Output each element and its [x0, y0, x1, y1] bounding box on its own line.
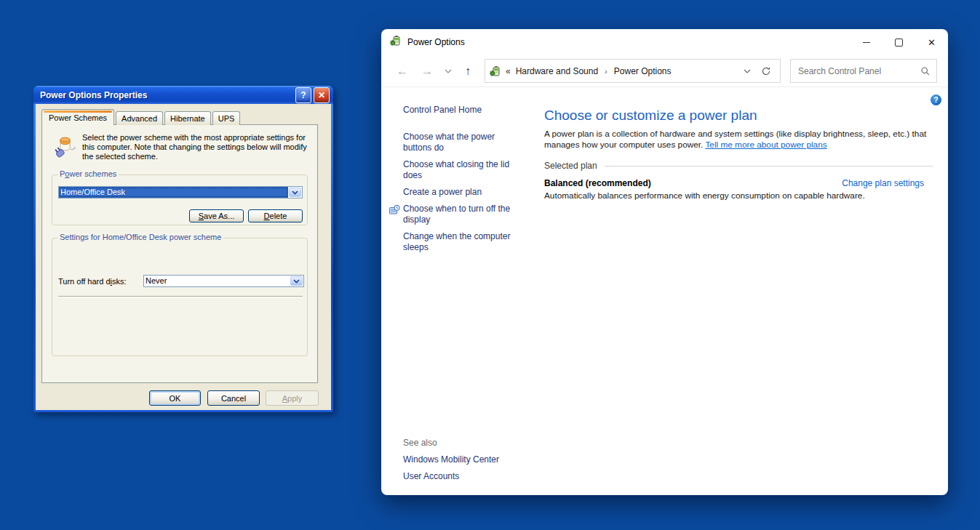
icon-slot	[389, 159, 403, 181]
power-schemes-group: Power schemes Home/Office Desk Save As..…	[52, 174, 308, 225]
sidebar-item-label: Control Panel Home	[403, 105, 518, 116]
display-clock-icon	[389, 204, 403, 225]
sidebar-item-closing-lid[interactable]: Choose what closing the lid does	[389, 159, 538, 181]
maximize-button[interactable]	[883, 29, 915, 55]
chevron-down-icon[interactable]	[290, 276, 303, 286]
apply-label: pply	[287, 394, 302, 403]
breadcrumb-hardware-and-sound[interactable]: Hardware and Sound	[516, 66, 598, 76]
sidebar-item-label: Create a power plan	[403, 187, 518, 198]
navigation-toolbar: ← → ↑	[381, 55, 948, 87]
refresh-icon[interactable]	[755, 66, 776, 76]
maximize-icon	[895, 39, 903, 47]
tab-power-schemes[interactable]: Power Schemes	[41, 109, 114, 125]
selected-plan-label: Selected plan	[544, 161, 597, 171]
plan-description: Automatically balances performance with …	[544, 190, 943, 201]
save-as-button[interactable]: Save As...	[189, 209, 244, 222]
tab-hibernate[interactable]: Hibernate	[164, 111, 211, 125]
change-plan-settings-link[interactable]: Change plan settings	[842, 178, 924, 188]
power-options-properties-dialog: Power Options Properties ? ✕ Power Schem…	[33, 86, 333, 412]
label-post: sks:	[112, 277, 127, 286]
save-as-label: ave As...	[204, 212, 234, 220]
up-button[interactable]: ↑	[457, 60, 479, 82]
address-dropdown-chevron-icon[interactable]	[739, 69, 755, 73]
delete-accesskey: D	[264, 212, 270, 220]
tab-ups[interactable]: UPS	[212, 111, 241, 125]
icon-slot	[389, 132, 403, 153]
window-titlebar: Power Options ✕	[381, 29, 948, 55]
minimize-button[interactable]	[850, 29, 883, 55]
icon-slot	[389, 187, 403, 198]
turn-off-hard-disks-select[interactable]: Never	[143, 275, 304, 287]
breadcrumb-overflow-chevrons[interactable]: «	[506, 66, 511, 76]
power-scheme-selected-value: Home/Office Desk	[59, 187, 288, 198]
sidebar-item-create-power-plan[interactable]: Create a power plan	[389, 187, 538, 198]
dialog-help-button[interactable]: ?	[295, 87, 311, 103]
tell-me-more-link[interactable]: Tell me more about power plans	[705, 140, 826, 150]
page-title: Choose or customize a power plan	[544, 108, 943, 124]
sidebar-item-control-panel-home[interactable]: Control Panel Home	[389, 105, 538, 116]
search-icon	[920, 66, 931, 76]
main-content: Choose or customize a power plan A power…	[544, 102, 943, 201]
search-box	[790, 59, 937, 83]
power-scheme-battery-icon	[52, 134, 77, 162]
turn-off-hard-disks-label: Turn off hard disks:	[58, 277, 127, 286]
xp-dialog-title: Power Options Properties	[37, 90, 293, 100]
back-button[interactable]: ←	[390, 60, 415, 82]
tab-strip: Power Schemes Advanced Hibernate UPS	[41, 111, 242, 125]
power-schemes-group-caption: Power schemes	[57, 169, 119, 178]
dialog-close-button[interactable]: ✕	[314, 87, 330, 103]
scheme-settings-group-caption: Settings for Home/Office Desk power sche…	[57, 233, 223, 241]
close-button[interactable]: ✕	[915, 29, 948, 55]
tab-advanced[interactable]: Advanced	[116, 111, 163, 125]
sleep-icon	[389, 231, 403, 253]
xp-dialog-titlebar: Power Options Properties ? ✕	[33, 86, 333, 104]
control-panel-sidebar: Control Panel Home Choose what the power…	[389, 102, 538, 259]
delete-button[interactable]: Delete	[248, 209, 303, 222]
address-bar[interactable]: « Hardware and Sound › Power Options	[485, 59, 781, 83]
sidebar-item-computer-sleeps[interactable]: Change when the computer sleeps	[389, 231, 538, 253]
section-divider	[605, 166, 933, 166]
sidebar-item-label: Choose what closing the lid does	[403, 159, 518, 181]
see-also-section: See also Windows Mobility Center User Ac…	[403, 433, 499, 481]
plan-name: Balanced (recommended)	[544, 178, 651, 188]
sidebar-item-label: Change when the computer sleeps	[403, 231, 518, 253]
cancel-button[interactable]: Cancel	[207, 390, 260, 406]
selected-plan-section: Selected plan	[544, 161, 943, 171]
recent-locations-chevron[interactable]	[439, 60, 457, 82]
xp-dialog-body: Power Schemes Advanced Hibernate UPS	[36, 104, 331, 410]
power-scheme-select[interactable]: Home/Office Desk	[58, 186, 303, 198]
power-options-window: Power Options ✕ ← → ↑	[381, 29, 948, 495]
plan-row: Balanced (recommended) Change plan setti…	[544, 178, 943, 188]
sidebar-item-label: Choose what the power buttons do	[403, 132, 518, 153]
user-accounts-link[interactable]: User Accounts	[403, 471, 499, 481]
turn-off-hard-disks-value: Never	[144, 276, 290, 286]
sidebar-item-label: Choose when to turn off the display	[403, 204, 518, 225]
minimize-icon	[863, 42, 870, 43]
settings-separator	[58, 296, 303, 297]
label-pre: Turn off hard d	[58, 277, 111, 286]
breadcrumb-power-options[interactable]: Power Options	[614, 66, 672, 76]
scheme-settings-group: Settings for Home/Office Desk power sche…	[52, 238, 308, 356]
delete-label: elete	[270, 212, 287, 220]
intro-paragraph: A power plan is a collection of hardware…	[544, 129, 943, 150]
forward-button[interactable]: →	[415, 60, 439, 82]
chevron-down-icon[interactable]	[289, 188, 301, 197]
caption-post: wer schemes	[69, 169, 116, 178]
sidebar-item-turn-off-display[interactable]: Choose when to turn off the display	[389, 204, 538, 225]
search-input[interactable]	[797, 65, 920, 77]
see-also-label: See also	[403, 438, 499, 448]
power-schemes-tab-page: Select the power scheme with the most ap…	[41, 124, 318, 383]
icon-slot	[389, 105, 403, 116]
power-options-icon-small	[490, 65, 501, 77]
windows-mobility-center-link[interactable]: Windows Mobility Center	[403, 454, 499, 465]
power-options-icon	[390, 35, 402, 49]
sidebar-item-power-buttons[interactable]: Choose what the power buttons do	[389, 132, 538, 153]
window-title: Power Options	[407, 37, 850, 47]
tab-description: Select the power scheme with the most ap…	[82, 133, 311, 161]
ok-button[interactable]: OK	[149, 390, 201, 406]
save-as-accesskey: S	[199, 212, 204, 220]
apply-button[interactable]: Apply	[266, 390, 319, 406]
apply-accesskey: A	[282, 394, 287, 403]
breadcrumb-separator: ›	[605, 67, 607, 76]
